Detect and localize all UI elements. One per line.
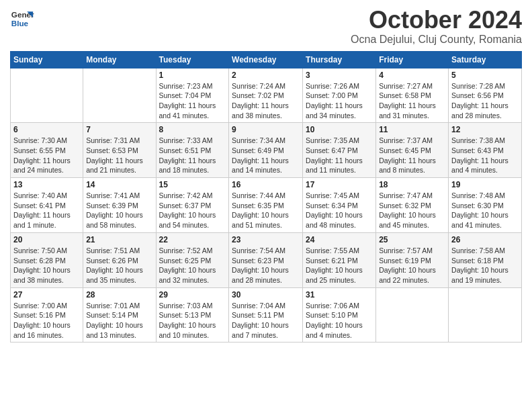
day-info: Sunrise: 7:42 AMSunset: 6:37 PMDaylight:… <box>159 191 226 230</box>
day-number: 12 <box>451 125 519 134</box>
day-info: Sunrise: 7:48 AMSunset: 6:30 PMDaylight:… <box>451 191 519 230</box>
day-info: Sunrise: 7:45 AMSunset: 6:34 PMDaylight:… <box>306 191 373 230</box>
day-number: 5 <box>451 71 519 80</box>
day-info: Sunrise: 7:55 AMSunset: 6:21 PMDaylight:… <box>306 246 373 285</box>
day-info: Sunrise: 7:01 AMSunset: 5:14 PMDaylight:… <box>86 301 152 340</box>
day-number: 16 <box>232 180 300 189</box>
calendar-header-monday: Monday <box>83 51 156 68</box>
day-info: Sunrise: 7:54 AMSunset: 6:23 PMDaylight:… <box>232 246 300 285</box>
day-info: Sunrise: 7:03 AMSunset: 5:13 PMDaylight:… <box>159 301 226 340</box>
day-number: 9 <box>232 125 300 134</box>
day-info: Sunrise: 7:26 AMSunset: 7:00 PMDaylight:… <box>306 81 373 121</box>
day-number: 15 <box>159 180 226 189</box>
calendar-cell: 31Sunrise: 7:06 AMSunset: 5:10 PMDayligh… <box>303 287 376 342</box>
calendar-cell: 23Sunrise: 7:54 AMSunset: 6:23 PMDayligh… <box>229 232 303 287</box>
calendar-cell: 29Sunrise: 7:03 AMSunset: 5:13 PMDayligh… <box>156 287 229 342</box>
day-number: 21 <box>86 235 152 244</box>
calendar-cell: 7Sunrise: 7:31 AMSunset: 6:53 PMDaylight… <box>83 123 156 178</box>
day-number: 23 <box>232 235 300 244</box>
day-number: 30 <box>232 290 300 300</box>
day-number: 14 <box>86 180 152 189</box>
calendar-header-saturday: Saturday <box>449 51 522 68</box>
day-number: 7 <box>86 125 152 134</box>
calendar-cell: 13Sunrise: 7:40 AMSunset: 6:41 PMDayligh… <box>11 178 83 233</box>
calendar-cell: 22Sunrise: 7:52 AMSunset: 6:25 PMDayligh… <box>156 232 229 287</box>
day-info: Sunrise: 7:57 AMSunset: 6:19 PMDaylight:… <box>379 246 445 285</box>
calendar-cell: 21Sunrise: 7:51 AMSunset: 6:26 PMDayligh… <box>83 232 156 287</box>
calendar-week-row: 20Sunrise: 7:50 AMSunset: 6:28 PMDayligh… <box>11 232 522 287</box>
day-number: 8 <box>159 125 226 134</box>
day-number: 2 <box>232 71 300 80</box>
calendar-cell <box>449 287 522 342</box>
day-number: 4 <box>379 71 445 80</box>
calendar-cell: 15Sunrise: 7:42 AMSunset: 6:37 PMDayligh… <box>156 178 229 233</box>
calendar-cell <box>83 68 156 123</box>
day-number: 11 <box>379 125 445 134</box>
day-number: 1 <box>159 71 226 80</box>
day-number: 20 <box>13 235 80 244</box>
day-info: Sunrise: 7:27 AMSunset: 6:58 PMDaylight:… <box>379 81 445 121</box>
calendar-cell: 18Sunrise: 7:47 AMSunset: 6:32 PMDayligh… <box>376 178 449 233</box>
calendar-cell <box>11 68 83 123</box>
calendar-cell: 6Sunrise: 7:30 AMSunset: 6:55 PMDaylight… <box>11 123 83 178</box>
day-number: 26 <box>451 235 519 244</box>
calendar-cell: 28Sunrise: 7:01 AMSunset: 5:14 PMDayligh… <box>83 287 156 342</box>
day-info: Sunrise: 7:52 AMSunset: 6:25 PMDaylight:… <box>159 246 226 285</box>
calendar-cell: 11Sunrise: 7:37 AMSunset: 6:45 PMDayligh… <box>376 123 449 178</box>
day-info: Sunrise: 7:58 AMSunset: 6:18 PMDaylight:… <box>451 246 519 285</box>
calendar-cell: 1Sunrise: 7:23 AMSunset: 7:04 PMDaylight… <box>156 68 229 123</box>
calendar-cell: 5Sunrise: 7:28 AMSunset: 6:56 PMDaylight… <box>449 68 522 123</box>
day-info: Sunrise: 7:06 AMSunset: 5:10 PMDaylight:… <box>306 301 373 340</box>
day-info: Sunrise: 7:24 AMSunset: 7:02 PMDaylight:… <box>232 81 300 121</box>
day-info: Sunrise: 7:38 AMSunset: 6:43 PMDaylight:… <box>451 136 519 175</box>
month-title: October 2024 <box>351 7 522 34</box>
calendar-cell: 25Sunrise: 7:57 AMSunset: 6:19 PMDayligh… <box>376 232 449 287</box>
calendar-cell: 27Sunrise: 7:00 AMSunset: 5:16 PMDayligh… <box>11 287 83 342</box>
day-number: 6 <box>13 125 80 134</box>
title-area: October 2024 Ocna Dejului, Cluj County, … <box>351 7 522 46</box>
day-number: 13 <box>13 180 80 189</box>
calendar-cell: 12Sunrise: 7:38 AMSunset: 6:43 PMDayligh… <box>449 123 522 178</box>
day-number: 24 <box>306 235 373 244</box>
day-number: 17 <box>306 180 373 189</box>
day-number: 31 <box>306 290 373 300</box>
calendar-cell: 17Sunrise: 7:45 AMSunset: 6:34 PMDayligh… <box>303 178 376 233</box>
day-number: 22 <box>159 235 226 244</box>
svg-text:Blue: Blue <box>11 19 29 28</box>
calendar-cell: 2Sunrise: 7:24 AMSunset: 7:02 PMDaylight… <box>229 68 303 123</box>
calendar-cell: 26Sunrise: 7:58 AMSunset: 6:18 PMDayligh… <box>449 232 522 287</box>
calendar-week-row: 27Sunrise: 7:00 AMSunset: 5:16 PMDayligh… <box>11 287 522 342</box>
day-info: Sunrise: 7:00 AMSunset: 5:16 PMDaylight:… <box>13 301 80 340</box>
day-number: 19 <box>451 180 519 189</box>
day-number: 25 <box>379 235 445 244</box>
calendar-cell: 3Sunrise: 7:26 AMSunset: 7:00 PMDaylight… <box>303 68 376 123</box>
calendar-header-thursday: Thursday <box>303 51 376 68</box>
calendar-table: SundayMondayTuesdayWednesdayThursdayFrid… <box>10 51 522 343</box>
calendar-cell: 10Sunrise: 7:35 AMSunset: 6:47 PMDayligh… <box>303 123 376 178</box>
day-info: Sunrise: 7:33 AMSunset: 6:51 PMDaylight:… <box>159 136 226 175</box>
calendar-cell: 16Sunrise: 7:44 AMSunset: 6:35 PMDayligh… <box>229 178 303 233</box>
day-number: 18 <box>379 180 445 189</box>
day-info: Sunrise: 7:44 AMSunset: 6:35 PMDaylight:… <box>232 191 300 230</box>
day-info: Sunrise: 7:51 AMSunset: 6:26 PMDaylight:… <box>86 246 152 285</box>
day-info: Sunrise: 7:40 AMSunset: 6:41 PMDaylight:… <box>13 191 80 230</box>
day-info: Sunrise: 7:28 AMSunset: 6:56 PMDaylight:… <box>451 81 519 121</box>
calendar-cell: 4Sunrise: 7:27 AMSunset: 6:58 PMDaylight… <box>376 68 449 123</box>
calendar-cell: 30Sunrise: 7:04 AMSunset: 5:11 PMDayligh… <box>229 287 303 342</box>
day-info: Sunrise: 7:34 AMSunset: 6:49 PMDaylight:… <box>232 136 300 175</box>
calendar-cell <box>376 287 449 342</box>
calendar-cell: 20Sunrise: 7:50 AMSunset: 6:28 PMDayligh… <box>11 232 83 287</box>
calendar-week-row: 13Sunrise: 7:40 AMSunset: 6:41 PMDayligh… <box>11 178 522 233</box>
day-info: Sunrise: 7:30 AMSunset: 6:55 PMDaylight:… <box>13 136 80 175</box>
location-title: Ocna Dejului, Cluj County, Romania <box>351 34 522 46</box>
day-info: Sunrise: 7:41 AMSunset: 6:39 PMDaylight:… <box>86 191 152 230</box>
calendar-cell: 8Sunrise: 7:33 AMSunset: 6:51 PMDaylight… <box>156 123 229 178</box>
day-info: Sunrise: 7:37 AMSunset: 6:45 PMDaylight:… <box>379 136 445 175</box>
calendar-header-row: SundayMondayTuesdayWednesdayThursdayFrid… <box>11 51 522 68</box>
logo: General Blue <box>10 7 34 31</box>
day-number: 28 <box>86 290 152 300</box>
day-info: Sunrise: 7:50 AMSunset: 6:28 PMDaylight:… <box>13 246 80 285</box>
calendar-week-row: 6Sunrise: 7:30 AMSunset: 6:55 PMDaylight… <box>11 123 522 178</box>
calendar-week-row: 1Sunrise: 7:23 AMSunset: 7:04 PMDaylight… <box>11 68 522 123</box>
calendar-cell: 14Sunrise: 7:41 AMSunset: 6:39 PMDayligh… <box>83 178 156 233</box>
